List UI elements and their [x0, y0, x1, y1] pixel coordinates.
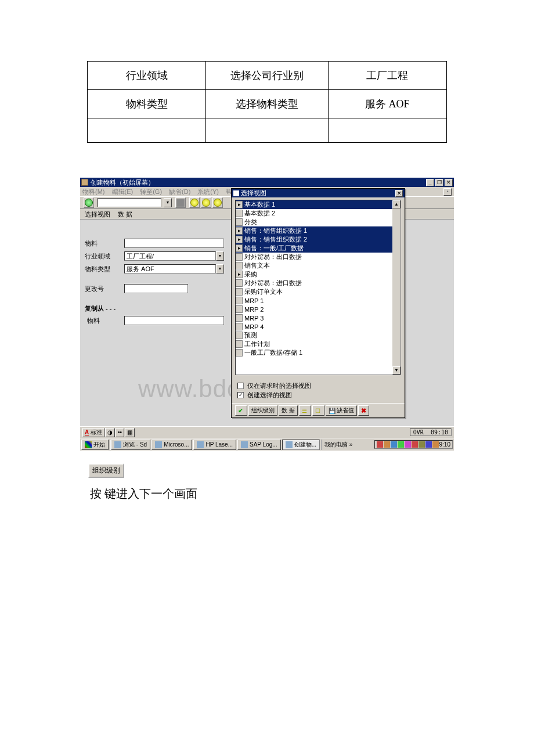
mtype-label: 物料类型 [85, 265, 124, 273]
taskbar-item-label: HP Lase... [205, 441, 233, 448]
menu-goto[interactable]: 转至(G) [140, 188, 162, 196]
create-selected-check[interactable]: ✓ 创建选择的视图 [237, 390, 399, 399]
tray-icon[interactable] [391, 441, 397, 448]
view-list-item[interactable]: ▸销售：销售组织数据 1 [236, 226, 392, 235]
view-list-item[interactable]: ▸基本数据 1 [236, 200, 392, 209]
command-dropdown[interactable]: ▼ [164, 198, 172, 207]
material-label: 物料 [85, 239, 124, 248]
industry-input[interactable]: 工厂工程/ [124, 251, 216, 261]
exit-button[interactable] [201, 197, 211, 208]
menu-extra-button[interactable]: • [443, 188, 452, 196]
view-list-item[interactable]: 基本数据 2 [236, 209, 392, 218]
select-all-button[interactable]: ☰ [299, 405, 311, 416]
dialog-titlebar: 选择视图 ✕ [232, 189, 405, 197]
list-item-label: MRP 1 [243, 297, 264, 304]
scroll-down-button[interactable]: ▼ [392, 366, 400, 375]
cell [206, 118, 328, 143]
enter-button[interactable] [84, 197, 94, 208]
start-button[interactable]: 开始 [81, 440, 109, 450]
tray-icon[interactable] [412, 441, 418, 448]
cell: 物料类型 [88, 90, 206, 118]
status-btn4[interactable]: ▦ [125, 428, 135, 437]
cancel-button[interactable] [212, 197, 223, 208]
only-on-request-check[interactable]: 仅在请求时的选择视图 [237, 381, 399, 390]
menu-default[interactable]: 缺省(D) [169, 188, 190, 196]
save-default-button[interactable]: 💾缺省值 [326, 405, 357, 416]
list-item-label: 预测 [243, 331, 257, 340]
list-item-label: 销售：销售组织数据 2 [243, 235, 307, 244]
tray-icon[interactable] [384, 441, 390, 448]
org-level-button[interactable]: 组织级别 [248, 405, 277, 416]
view-list-item[interactable]: 销售文本 [236, 261, 392, 270]
view-list-item[interactable]: 分类 [236, 218, 392, 226]
status-btn2[interactable]: ◑ [105, 428, 115, 437]
view-list-item[interactable]: MRP 2 [236, 305, 392, 314]
taskbar-item[interactable]: 浏览 - Sd [111, 440, 150, 450]
taskbar-item-label: Microso... [164, 441, 189, 448]
menu-edit[interactable]: 编辑(E) [112, 188, 134, 196]
data-button[interactable]: 数 据 [118, 211, 132, 218]
view-list-item[interactable]: 工作计划 [236, 340, 392, 348]
close-button[interactable]: ✕ [445, 179, 453, 186]
list-item-label: 基本数据 1 [243, 200, 275, 209]
taskbar-item[interactable]: SAP Log... [237, 440, 281, 450]
taskbar-item[interactable]: Microso... [151, 440, 192, 450]
tray-icon[interactable] [377, 441, 383, 448]
tray-icon[interactable] [405, 441, 411, 448]
save-button[interactable] [175, 197, 186, 208]
view-list-item[interactable]: MRP 1 [236, 296, 392, 305]
menu-system[interactable]: 系统(Y) [197, 188, 219, 196]
mycomputer-label[interactable]: 我的电脑 » [322, 441, 355, 449]
view-list-item[interactable]: 采购订单文本 [236, 287, 392, 296]
status-btn3[interactable]: •• [116, 428, 124, 437]
tray-icon[interactable] [418, 441, 425, 448]
scroll-up-button[interactable]: ▲ [392, 200, 400, 208]
mtype-dropdown[interactable]: ▼ [216, 264, 224, 273]
changeno-input[interactable] [124, 284, 188, 293]
exit-icon [202, 199, 210, 207]
back-button[interactable] [189, 197, 200, 208]
taskbar-item[interactable]: 创建物... [282, 440, 320, 450]
tray-icon[interactable] [398, 441, 404, 448]
cancel-button[interactable]: ✖ [358, 405, 369, 416]
menu-material[interactable]: 物料(M) [82, 188, 105, 196]
view-list-item[interactable]: ▸采购 [236, 270, 392, 279]
copy-from-section: 复制从 - - - [85, 304, 224, 313]
app-icon [155, 441, 162, 448]
copy-material-input[interactable] [124, 316, 224, 325]
minimize-button[interactable]: _ [426, 179, 434, 186]
app-icon [114, 441, 121, 448]
view-list-item[interactable]: MRP 3 [236, 314, 392, 322]
tray-icon[interactable] [425, 441, 432, 448]
view-list-item[interactable]: ▸销售：一般/工厂数据 [236, 244, 392, 253]
select-view-button[interactable]: 选择视图 [85, 211, 110, 218]
scrollbar[interactable]: ▲ ▼ [392, 200, 400, 375]
list-item-label: 销售：销售组织数据 1 [243, 226, 307, 235]
view-list-item[interactable]: ▸销售：销售组织数据 2 [236, 235, 392, 244]
command-field[interactable] [98, 198, 161, 207]
mtype-input[interactable]: 服务 AOF [124, 264, 216, 273]
material-input[interactable] [124, 239, 224, 248]
std-button[interactable]: A 标准 [82, 428, 104, 437]
view-list-item[interactable]: 一般工厂数据/存储 1 [236, 348, 392, 357]
view-list-item[interactable]: MRP 4 [236, 322, 392, 331]
view-list-item[interactable]: 预测 [236, 331, 392, 340]
view-list-item[interactable]: 对外贸易：出口数据 [236, 253, 392, 261]
view-list-item[interactable]: 对外贸易：进口数据 [236, 279, 392, 287]
deselect-all-button[interactable]: ☐ [312, 405, 324, 416]
cell: 选择公司行业别 [206, 62, 328, 90]
system-tray: 9:10 [374, 440, 453, 449]
deselect-all-icon: ☐ [315, 408, 320, 414]
ok-button[interactable]: ✔ [235, 405, 247, 416]
maximize-button[interactable]: ❐ [435, 179, 443, 186]
tray-icon[interactable] [432, 441, 439, 448]
cell: 选择物料类型 [206, 90, 328, 118]
industry-dropdown[interactable]: ▼ [216, 251, 224, 261]
dialog-close-button[interactable]: ✕ [395, 190, 403, 197]
list-marker [236, 332, 243, 339]
window-titlebar: 创建物料（初始屏幕） _ ❐ ✕ [80, 178, 454, 187]
taskbar-item[interactable]: HP Lase... [193, 440, 236, 450]
cancel-icon [214, 199, 222, 207]
list-item-label: 分类 [243, 218, 257, 226]
data-button[interactable]: 数 据 [279, 405, 298, 416]
